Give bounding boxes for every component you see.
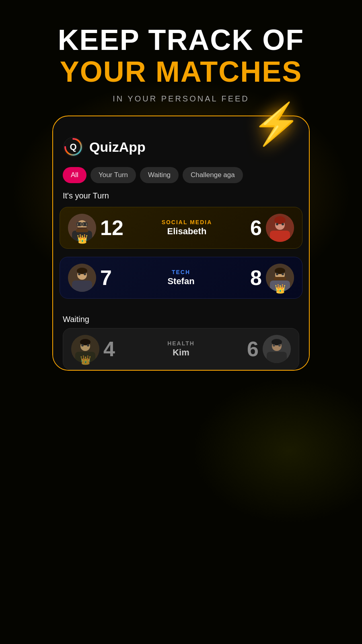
crown-badge-waiting-left: 👑 bbox=[80, 356, 91, 365]
phone-frame: Q QuizApp All Your Turn Waiting Challeng… bbox=[52, 116, 310, 371]
svg-rect-29 bbox=[274, 277, 286, 280]
lightning-icon: ⚡ bbox=[251, 103, 302, 144]
match-card-health[interactable]: 👑 4 HEALTH Kim bbox=[63, 328, 299, 370]
svg-rect-38 bbox=[267, 352, 287, 363]
svg-point-6 bbox=[83, 223, 86, 226]
avatar-opponent-1 bbox=[266, 214, 294, 242]
tab-waiting[interactable]: Waiting bbox=[140, 167, 179, 183]
crown-badge-left-1: 👑 bbox=[77, 235, 88, 244]
tab-all[interactable]: All bbox=[63, 167, 86, 183]
match-center-1: SOCIAL MEDIA Elisabeth bbox=[123, 219, 250, 237]
score-right-2: 8 bbox=[250, 266, 262, 290]
score-left-waiting: 4 bbox=[103, 337, 115, 361]
avatar-wrapper-left-waiting: 👑 bbox=[71, 335, 99, 363]
svg-text:Q: Q bbox=[70, 142, 76, 152]
svg-rect-10 bbox=[76, 229, 88, 232]
match-card-tech[interactable]: 7 TECH Stefan bbox=[60, 257, 302, 299]
header-section: KEEP TRACK OF YOUR MATCHES IN YOUR PERSO… bbox=[58, 0, 304, 111]
app-logo: Q bbox=[63, 136, 84, 157]
player-right-waiting: 6 bbox=[247, 335, 291, 363]
svg-point-27 bbox=[276, 273, 278, 275]
player-right-1: 6 bbox=[250, 214, 294, 242]
match-category-2: TECH bbox=[116, 269, 246, 275]
filter-tabs: All Your Turn Waiting Challenge aga bbox=[63, 167, 299, 183]
avatar-wrapper-right-2: 👑 bbox=[266, 264, 294, 292]
match-category-waiting: HEALTH bbox=[119, 340, 243, 347]
player-left-1: 👑 12 bbox=[68, 214, 123, 242]
svg-point-41 bbox=[278, 344, 281, 347]
score-right-1: 6 bbox=[250, 216, 262, 240]
svg-point-22 bbox=[84, 273, 86, 275]
match-center-waiting: HEALTH Kim bbox=[115, 340, 247, 358]
header-line1: KEEP TRACK OF bbox=[58, 24, 304, 56]
phone-wrapper: ⚡ bbox=[52, 116, 310, 371]
tab-your-turn[interactable]: Your Turn bbox=[90, 167, 136, 183]
avatar-wrapper-right-waiting bbox=[263, 335, 291, 363]
avatar-wrapper-left-2 bbox=[68, 264, 96, 292]
waiting-label: Waiting bbox=[63, 307, 299, 328]
player-right-2: 👑 8 bbox=[250, 264, 294, 292]
svg-point-33 bbox=[80, 339, 90, 345]
match-opponent-1: Elisabeth bbox=[128, 226, 246, 237]
svg-point-21 bbox=[78, 273, 80, 275]
score-left-2: 7 bbox=[100, 266, 112, 290]
svg-point-35 bbox=[87, 344, 89, 347]
your-turn-label: It's your Turn bbox=[63, 191, 299, 207]
app-name: QuizApp bbox=[89, 139, 146, 155]
player-left-2: 7 bbox=[68, 264, 112, 292]
avatar-wrapper-right-1 bbox=[266, 214, 294, 242]
svg-point-14 bbox=[274, 216, 286, 224]
header-line2: YOUR MATCHES bbox=[58, 56, 304, 88]
svg-point-39 bbox=[272, 339, 282, 345]
svg-point-26 bbox=[275, 268, 285, 274]
crown-badge-right-2: 👑 bbox=[275, 285, 286, 293]
waiting-section: Waiting bbox=[53, 307, 309, 370]
player-left-waiting: 👑 4 bbox=[71, 335, 115, 363]
avatar-opponent-waiting bbox=[263, 335, 291, 363]
svg-rect-13 bbox=[270, 231, 290, 242]
avatar-wrapper-left-1: 👑 bbox=[68, 214, 96, 242]
avatar-player-2 bbox=[68, 264, 96, 292]
match-category-1: SOCIAL MEDIA bbox=[128, 219, 246, 225]
svg-rect-19 bbox=[72, 281, 92, 292]
score-right-waiting: 6 bbox=[247, 337, 259, 361]
svg-point-15 bbox=[276, 223, 278, 225]
svg-point-34 bbox=[81, 344, 84, 347]
svg-point-16 bbox=[282, 223, 284, 225]
svg-point-5 bbox=[78, 223, 81, 226]
match-opponent-waiting: Kim bbox=[119, 347, 243, 358]
tab-challenge[interactable]: Challenge aga bbox=[183, 167, 243, 183]
match-center-2: TECH Stefan bbox=[112, 269, 250, 287]
match-opponent-2: Stefan bbox=[116, 276, 246, 287]
svg-point-20 bbox=[77, 268, 87, 274]
match-card-social-media[interactable]: 👑 12 SOCIAL MEDIA Elisabeth bbox=[60, 207, 302, 249]
svg-point-28 bbox=[282, 273, 284, 275]
svg-point-40 bbox=[273, 344, 275, 347]
main-content: KEEP TRACK OF YOUR MATCHES IN YOUR PERSO… bbox=[0, 0, 362, 644]
score-left-1: 12 bbox=[100, 216, 123, 240]
